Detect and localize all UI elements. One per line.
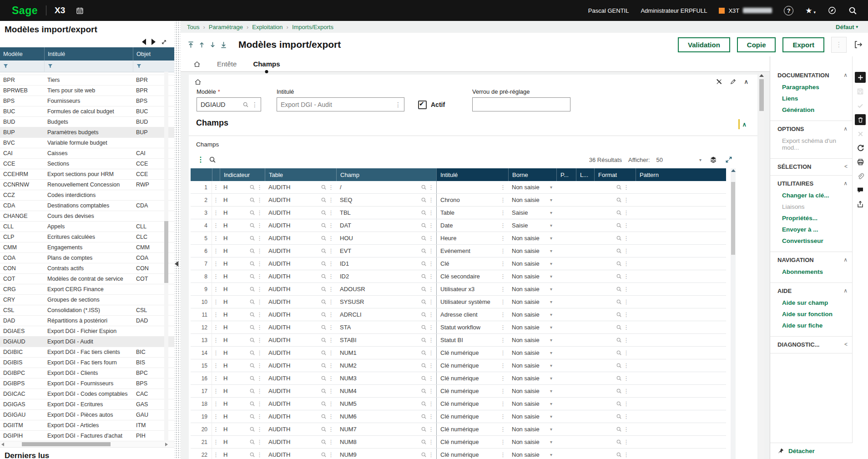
lookup-icon[interactable] — [249, 210, 255, 216]
cell-menu-icon[interactable]: ⋮ — [428, 235, 434, 242]
chevron-down-icon[interactable]: ▾ — [550, 287, 552, 292]
menu-section-header[interactable]: AIDE∧ — [777, 285, 848, 297]
model-row[interactable]: CLLAppelsCLL — [0, 222, 174, 232]
table-cell[interactable]: AUDITH⋮ — [265, 194, 336, 206]
lookup-icon[interactable] — [616, 426, 622, 432]
row-menu-icon[interactable]: ⋮ — [212, 232, 220, 244]
cell-menu-icon[interactable]: ⋮ — [328, 413, 334, 420]
endpoint-selector[interactable]: X3T — [719, 7, 772, 14]
lookup-icon[interactable] — [249, 312, 255, 318]
field-row[interactable]: 18⋮H⋮AUDITH⋮NUM5⋮Clé numérique⋮Non saisi… — [191, 398, 726, 410]
row-menu-icon[interactable]: ⋮ — [212, 410, 220, 423]
field-row[interactable]: 19⋮H⋮AUDITH⋮NUM6⋮Clé numérique⋮Non saisi… — [191, 410, 726, 423]
lookup-icon[interactable] — [321, 286, 327, 292]
lookup-icon[interactable] — [421, 197, 427, 203]
lookup-icon[interactable] — [421, 363, 427, 368]
cell-menu-icon[interactable]: ⋮ — [500, 209, 506, 216]
chevron-down-icon[interactable]: ▾ — [550, 312, 552, 317]
pattern-cell[interactable] — [636, 245, 726, 257]
cell-menu-icon[interactable]: ⋮ — [623, 337, 629, 343]
cell-menu-icon[interactable]: ⋮ — [257, 337, 262, 343]
row-menu-icon[interactable]: ⋮ — [212, 207, 220, 219]
cell-menu-icon[interactable]: ⋮ — [500, 375, 506, 382]
l-cell[interactable] — [576, 270, 594, 282]
lookup-icon[interactable] — [321, 350, 327, 356]
champ-cell[interactable]: NUM6⋮ — [336, 410, 436, 423]
menu-link[interactable]: Génération — [782, 106, 848, 113]
intitule-cell[interactable]: Utilisateur système⋮ — [436, 296, 508, 308]
lookup-icon[interactable] — [421, 452, 427, 458]
panel-vertical-scrollbar[interactable] — [759, 73, 764, 459]
row-menu-icon[interactable]: ⋮ — [212, 283, 220, 295]
lookup-icon[interactable] — [616, 452, 622, 458]
l-cell[interactable] — [576, 194, 594, 206]
row-menu-icon[interactable]: ⋮ — [212, 359, 220, 372]
cell-menu-icon[interactable]: ⋮ — [328, 286, 334, 293]
lookup-icon[interactable] — [616, 401, 622, 407]
lookup-icon[interactable] — [242, 101, 249, 108]
indicateur-cell[interactable]: H⋮ — [220, 347, 265, 359]
cell-menu-icon[interactable]: ⋮ — [500, 451, 506, 458]
pattern-cell[interactable] — [636, 257, 726, 270]
cell-menu-icon[interactable]: ⋮ — [328, 260, 334, 267]
model-row[interactable]: BUCFormules de calcul budgetBUC — [0, 106, 174, 117]
intitule-cell[interactable]: Chrono⋮ — [436, 194, 508, 206]
tab-champs[interactable]: Champs — [253, 56, 280, 71]
p-cell[interactable] — [556, 232, 576, 244]
borne-cell[interactable]: Non saisie▾ — [508, 398, 556, 410]
cell-menu-icon[interactable]: ⋮ — [328, 324, 334, 331]
cell-menu-icon[interactable]: ⋮ — [257, 197, 262, 203]
chevron-down-icon[interactable]: ▾ — [550, 350, 552, 355]
format-cell[interactable]: ⋮ — [594, 283, 636, 295]
intitule-cell[interactable]: Clé numérique⋮ — [436, 449, 508, 459]
borne-cell[interactable]: Non saisie▾ — [508, 321, 556, 333]
champ-cell[interactable]: TBL⋮ — [336, 207, 436, 219]
lookup-icon[interactable] — [421, 273, 427, 279]
lookup-icon[interactable] — [421, 235, 427, 241]
cell-menu-icon[interactable]: ⋮ — [257, 260, 262, 267]
l-cell[interactable] — [576, 410, 594, 423]
cell-menu-icon[interactable]: ⋮ — [500, 286, 506, 293]
personalize-icon[interactable] — [716, 78, 722, 85]
row-menu-icon[interactable]: ⋮ — [212, 270, 220, 282]
field-row[interactable]: 2⋮H⋮AUDITH⋮SEQ⋮Chrono⋮Non saisie▾⋮ — [191, 194, 726, 207]
cell-menu-icon[interactable]: ⋮ — [428, 413, 434, 420]
cell-menu-icon[interactable]: ⋮ — [428, 247, 434, 254]
cell-menu-icon[interactable]: ⋮ — [623, 273, 629, 280]
l-cell[interactable] — [576, 436, 594, 448]
chevron-down-icon[interactable]: ▾ — [550, 376, 552, 381]
intitule-cell[interactable]: Adresse client⋮ — [436, 308, 508, 321]
l-cell[interactable] — [576, 308, 594, 321]
indicateur-cell[interactable]: H⋮ — [220, 194, 265, 206]
new-record-icon[interactable] — [855, 72, 866, 83]
cell-menu-icon[interactable]: ⋮ — [623, 298, 629, 305]
model-row[interactable]: DADRépartitions à postérioriDAD — [0, 316, 174, 326]
grid-header-l[interactable]: L... — [576, 168, 594, 181]
lookup-icon[interactable] — [321, 197, 327, 203]
pattern-cell[interactable] — [636, 283, 726, 295]
cell-menu-icon[interactable]: ⋮ — [257, 400, 262, 407]
lookup-icon[interactable] — [321, 222, 327, 228]
indicateur-cell[interactable]: H⋮ — [220, 385, 265, 397]
cell-menu-icon[interactable]: ⋮ — [328, 209, 334, 216]
favorites-icon[interactable]: ★▾ — [805, 6, 816, 15]
field-row[interactable]: 10⋮H⋮AUDITH⋮SYSUSR⋮Utilisateur système⋮N… — [191, 296, 726, 308]
horizontal-scroll-thumb[interactable] — [22, 442, 111, 446]
cell-menu-icon[interactable]: ⋮ — [623, 209, 629, 216]
menu-link[interactable]: Aide sur champ — [782, 299, 848, 306]
model-row[interactable]: BUPParamètres budgetsBUP — [0, 127, 174, 138]
chevron-down-icon[interactable]: ▾ — [550, 439, 552, 444]
scroll-right-icon[interactable] — [165, 443, 168, 446]
chevron-down-icon[interactable]: ▾ — [550, 236, 552, 241]
champ-cell[interactable]: NUM7⋮ — [336, 423, 436, 435]
model-list-vertical-scrollbar[interactable] — [164, 72, 168, 440]
format-cell[interactable]: ⋮ — [594, 257, 636, 270]
l-cell[interactable] — [576, 321, 594, 333]
chevron-left-icon[interactable]: < — [844, 341, 848, 348]
lookup-icon[interactable] — [321, 324, 327, 330]
grid-header-champ[interactable]: Champ — [336, 168, 436, 181]
table-cell[interactable]: AUDITH⋮ — [265, 449, 336, 459]
user-role[interactable]: Administrateur ERPFULL — [641, 7, 707, 14]
cell-menu-icon[interactable]: ⋮ — [623, 235, 629, 242]
cell-menu-icon[interactable]: ⋮ — [500, 388, 506, 394]
